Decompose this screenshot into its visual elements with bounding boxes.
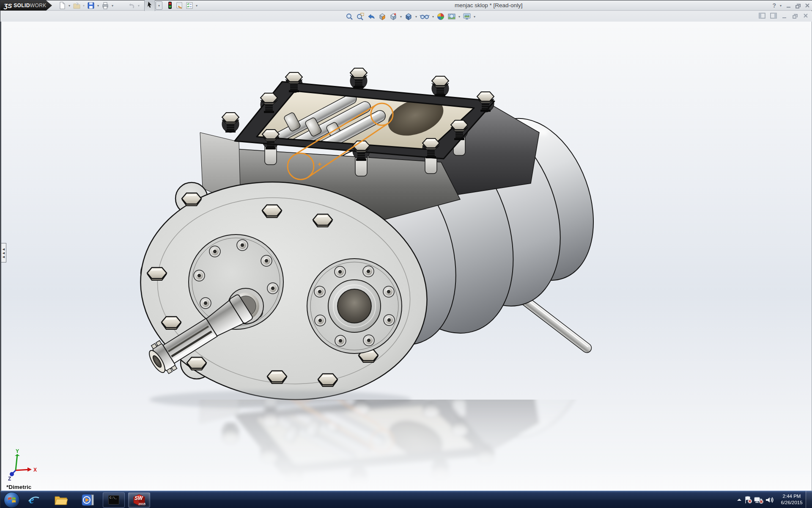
save-button[interactable]: [86, 1, 96, 10]
windows-flag-icon: [7, 495, 16, 505]
feature-manager-collapsed-tab[interactable]: ◀ ◀ ◀: [1, 243, 6, 262]
folder-icon: [54, 494, 68, 506]
select-arrow-icon: [145, 0, 154, 9]
help-button[interactable]: ?: [772, 2, 776, 9]
doc-close-button[interactable]: [802, 12, 809, 19]
taskbar-media-player[interactable]: [81, 494, 95, 506]
display-style-button[interactable]: [403, 12, 414, 21]
reflection-fade: [1, 400, 812, 491]
print-icon: [101, 1, 110, 10]
save-icon: [87, 1, 95, 10]
open-caret-icon[interactable]: ▾: [82, 4, 86, 8]
minimize-button[interactable]: [785, 2, 792, 9]
show-desktop-button[interactable]: [806, 491, 812, 508]
doc-minimize-button[interactable]: [781, 12, 788, 19]
taskbar-solidworks-2015[interactable]: SW 2015: [128, 492, 150, 508]
view-orientation-caret-icon[interactable]: ▾: [399, 15, 403, 19]
gearbox-assembly-model[interactable]: [1, 22, 812, 491]
appearance-note-icon: [175, 1, 184, 10]
new-caret-icon[interactable]: ▾: [67, 4, 71, 8]
section-view-button[interactable]: [377, 12, 388, 21]
volume-icon[interactable]: [764, 496, 774, 504]
media-player-icon: [81, 494, 95, 506]
clock-date: 6/26/2015: [779, 500, 805, 506]
view-orientation-button[interactable]: [388, 12, 399, 21]
standard-toolbar: ▾ ▾ ▾ ▾ ▾ ▾: [57, 1, 199, 10]
gearbox-model[interactable]: [126, 68, 614, 418]
doc-restore-button[interactable]: [792, 12, 798, 19]
command-prompt-icon: C:\_: [108, 495, 119, 505]
display-style-caret-icon[interactable]: ▾: [414, 15, 418, 19]
hide-show-items-icon: [420, 12, 430, 21]
options-caret-icon[interactable]: ▾: [195, 4, 199, 8]
print-caret-icon[interactable]: ▾: [110, 4, 115, 8]
view-orientation-label: *Dimetric: [6, 484, 31, 490]
taskbar-file-explorer[interactable]: [54, 494, 68, 506]
save-caret-icon[interactable]: ▾: [96, 4, 100, 8]
start-button[interactable]: [4, 492, 20, 508]
collapse-arrow-icon: ◀: [3, 255, 5, 258]
action-center-flag-icon[interactable]: [743, 496, 753, 504]
edit-appearance-button[interactable]: [435, 12, 446, 21]
solidworks-2015-icon: SW 2015: [133, 494, 145, 506]
appearance-note-button[interactable]: [174, 1, 184, 10]
title-bar: ƷSSOLIDWORKS ▾ ▾ ▾ ▾ ▾ ▾: [0, 0, 812, 11]
undo-button[interactable]: [126, 1, 137, 10]
triad-x-label: X: [33, 467, 37, 473]
menu-expand-arrow-icon[interactable]: [46, 0, 52, 11]
zoom-to-area-icon: [356, 12, 365, 21]
tray-expand-icon[interactable]: [735, 497, 743, 503]
orientation-triad: Y X Z: [7, 448, 41, 482]
taskbar-clock[interactable]: 2:44 PM 6/26/2015: [779, 493, 805, 506]
view-orientation-icon: [389, 12, 398, 21]
rebuild-button[interactable]: [166, 1, 174, 10]
internet-explorer-icon: e: [27, 494, 40, 506]
edit-appearance-icon: [436, 12, 445, 21]
restore-button[interactable]: [795, 2, 801, 9]
close-button[interactable]: [804, 2, 811, 9]
graphics-viewport[interactable]: Y X Z *Dimetric ◀ ◀ ◀: [0, 22, 812, 491]
new-document-button[interactable]: [57, 1, 67, 10]
taskbar-command-prompt[interactable]: C:\_: [103, 492, 125, 508]
section-view-icon: [378, 12, 387, 21]
previous-view-icon: [367, 12, 376, 21]
zoom-to-area-button[interactable]: [355, 12, 366, 21]
hide-show-caret-icon[interactable]: ▾: [431, 15, 435, 19]
pane-right-button[interactable]: [770, 12, 777, 19]
previous-view-button[interactable]: [366, 12, 377, 21]
taskbar-internet-explorer[interactable]: e: [27, 494, 41, 506]
help-caret-icon[interactable]: ▾: [779, 4, 783, 8]
undo-icon: [126, 1, 136, 10]
network-status-icon[interactable]: [753, 496, 764, 504]
print-button[interactable]: [100, 1, 110, 10]
solidworks-logo: ƷSSOLIDWORKS: [0, 0, 46, 11]
heads-up-view-toolbar: ▾ ▾ ▾ ▾ ▾: [344, 12, 477, 21]
options-checklist-button[interactable]: [184, 1, 195, 10]
pane-left-button[interactable]: [758, 12, 766, 19]
apply-scene-caret-icon[interactable]: ▾: [457, 15, 461, 19]
solidworks-logo-mark: ƷS: [4, 2, 12, 9]
clock-time: 2:44 PM: [779, 493, 805, 500]
options-checklist-icon: [185, 1, 194, 10]
system-tray: [735, 491, 774, 508]
view-settings-button[interactable]: [461, 12, 472, 21]
undo-caret-icon[interactable]: ▾: [137, 4, 141, 8]
solidworks-window: ƷSSOLIDWORKS ▾ ▾ ▾ ▾ ▾ ▾: [0, 0, 812, 508]
new-document-icon: [58, 1, 66, 10]
display-style-icon: [404, 12, 413, 21]
document-window-controls: [758, 12, 809, 19]
windows-taskbar: e C:\_: [0, 491, 812, 508]
select-tool-button[interactable]: [144, 0, 155, 11]
view-settings-icon: [463, 12, 471, 21]
collapse-arrow-icon: ◀: [3, 251, 5, 254]
hide-show-items-button[interactable]: [418, 12, 431, 21]
zoom-to-fit-button[interactable]: [344, 12, 355, 21]
titlebar-controls: ? ▾: [772, 0, 811, 11]
apply-scene-button[interactable]: [446, 12, 457, 21]
bearing-cover-right[interactable]: [307, 259, 402, 353]
select-caret-button[interactable]: ▾: [156, 1, 162, 10]
open-button[interactable]: [71, 1, 82, 10]
collapse-arrow-icon: ◀: [3, 248, 5, 251]
document-bar: ▾ ▾ ▾ ▾ ▾: [0, 11, 812, 22]
view-settings-caret-icon[interactable]: ▾: [472, 15, 477, 19]
